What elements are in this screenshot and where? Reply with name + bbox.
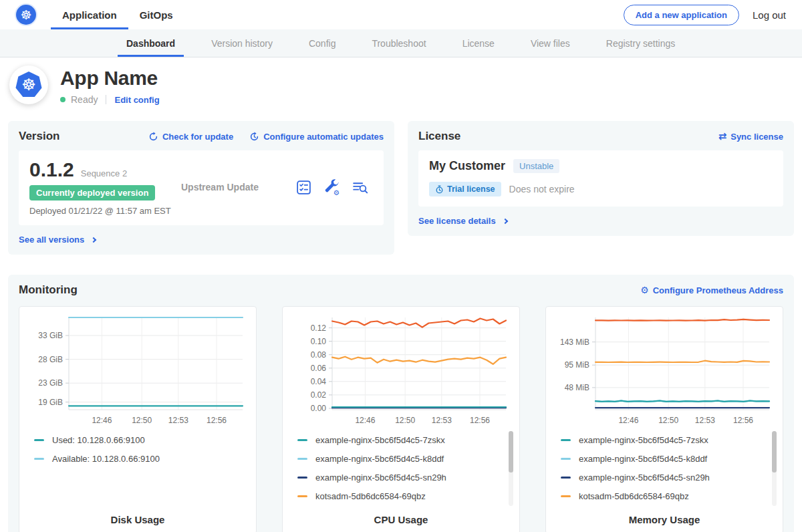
chevron-right-icon [502, 218, 507, 223]
legend-scrollbar-thumb[interactable] [509, 431, 513, 473]
preflight-checks-icon[interactable] [295, 179, 312, 196]
gear-icon: ⚙ [640, 285, 649, 295]
chart-plot: 0.120.100.080.060.040.020.0012:4612:5012… [283, 312, 519, 428]
license-info-box: My Customer Unstable Trial license Does … [418, 150, 783, 207]
legend-item[interactable]: Available: 10.128.0.66:9100 [34, 454, 239, 464]
svg-text:0.08: 0.08 [311, 350, 327, 360]
currently-deployed-badge: Currently deployed version [29, 185, 155, 201]
svg-text:12:53: 12:53 [695, 416, 715, 425]
kubernetes-logo-icon: ☸ [16, 5, 36, 25]
legend-label: Available: 10.128.0.66:9100 [52, 454, 160, 464]
see-all-versions-link[interactable]: See all versions [19, 235, 96, 245]
customer-name: My Customer [429, 159, 505, 173]
legend-color-dash-icon [297, 439, 307, 441]
legend-label: example-nginx-5bc6f5d4c5-7zskx [315, 435, 445, 445]
subnav-license[interactable]: License [454, 29, 503, 57]
deploy-logs-icon[interactable] [352, 179, 369, 196]
tab-gitops-label: GitOps [140, 9, 173, 21]
chart-title: Disk Usage [19, 510, 256, 525]
legend-color-dash-icon [297, 495, 307, 497]
sync-arrows-icon: ⇄ [718, 132, 727, 142]
legend-label: example-nginx-5bc6f5d4c5-7zskx [579, 435, 708, 445]
svg-text:12:50: 12:50 [658, 416, 678, 425]
legend-item[interactable]: example-nginx-5bc6f5d4c5-sn29h [561, 473, 765, 483]
legend-scrollbar[interactable] [509, 431, 513, 506]
svg-text:0.02: 0.02 [311, 390, 327, 400]
topnav-right: Add a new application Log out [624, 0, 786, 29]
app-status-text: Ready [71, 94, 98, 105]
subnav-registry-settings[interactable]: Registry settings [597, 29, 684, 57]
chart-legend: example-nginx-5bc6f5d4c5-7zskxexample-ng… [546, 428, 783, 510]
summary-cards-row: Version Check for update Configure au [0, 121, 802, 255]
legend-color-dash-icon [561, 495, 571, 497]
version-source: Upstream Update [173, 182, 295, 192]
subnav-version-history[interactable]: Version history [203, 29, 281, 57]
chart-plot: 143 MiB95 MiB48 MiB12:4612:5012:5312:56 [546, 312, 783, 428]
subnav-dashboard[interactable]: Dashboard [118, 29, 184, 57]
svg-text:12:46: 12:46 [618, 416, 638, 425]
legend-color-dash-icon [561, 458, 571, 460]
monitoring-header: Monitoring ⚙ Configure Prometheus Addres… [19, 283, 783, 297]
svg-text:0.10: 0.10 [311, 337, 327, 346]
monitoring-title: Monitoring [19, 283, 78, 297]
legend-scrollbar-thumb[interactable] [772, 431, 777, 473]
subnav-troubleshoot[interactable]: Troubleshoot [363, 29, 434, 57]
legend-item[interactable]: example-nginx-5bc6f5d4c5-k8ddf [561, 454, 765, 464]
app-header-text: App Name Ready Edit config [60, 65, 160, 105]
add-application-button[interactable]: Add a new application [624, 5, 739, 25]
svg-text:12:46: 12:46 [92, 416, 112, 425]
tab-application[interactable]: Application [51, 0, 128, 29]
legend-label: example-nginx-5bc6f5d4c5-sn29h [315, 473, 446, 483]
app-header: ☸ App Name Ready Edit config [0, 57, 802, 114]
see-license-details-row: See license details [418, 215, 783, 227]
svg-text:12:53: 12:53 [432, 416, 452, 425]
refresh-icon [148, 132, 158, 142]
subnav-view-files[interactable]: View files [522, 29, 579, 57]
configure-prometheus-link[interactable]: ⚙ Configure Prometheus Address [640, 285, 783, 295]
legend-item[interactable]: kotsadm-5db6dc6584-69qbz [561, 491, 765, 501]
chart-legend: example-nginx-5bc6f5d4c5-7zskxexample-ng… [283, 428, 519, 510]
svg-text:19 GiB: 19 GiB [38, 398, 63, 407]
configure-automatic-updates-link[interactable]: Configure automatic updates [249, 132, 384, 142]
license-card-title: License [418, 130, 460, 143]
topnav-tabs: Application GitOps [51, 0, 184, 29]
legend-scrollbar[interactable] [772, 431, 777, 506]
channel-badge: Unstable [513, 159, 559, 173]
legend-item[interactable]: example-nginx-5bc6f5d4c5-sn29h [297, 473, 502, 483]
legend-item[interactable]: Used: 10.128.0.66:9100 [34, 435, 239, 445]
legend-item[interactable]: kotsadm-5db6dc6584-69qbz [297, 491, 502, 501]
edit-config-link[interactable]: Edit config [114, 95, 159, 105]
svg-text:12:46: 12:46 [355, 416, 375, 425]
current-version-box: 0.1.2 Sequence 2 Currently deployed vers… [19, 150, 384, 225]
legend-item[interactable]: example-nginx-5bc6f5d4c5-7zskx [297, 435, 502, 445]
subnav-config[interactable]: Config [300, 29, 344, 57]
divider [106, 95, 106, 104]
legend-label: Used: 10.128.0.66:9100 [52, 435, 145, 445]
legend-label: kotsadm-5db6dc6584-69qbz [315, 491, 426, 501]
see-license-details-link[interactable]: See license details [418, 216, 507, 226]
version-card-header: Version Check for update Configure au [19, 130, 384, 143]
legend-item[interactable]: example-nginx-5bc6f5d4c5-k8ddf [297, 454, 502, 464]
line-chart-svg: 0.120.100.080.060.040.020.0012:4612:5012… [291, 312, 511, 428]
license-expiry: Does not expire [509, 184, 575, 194]
svg-text:143 MiB: 143 MiB [560, 338, 589, 347]
chart-title: Memory Usage [546, 510, 783, 525]
license-card: License ⇄ Sync license My Customer Unsta… [408, 121, 794, 236]
legend-color-dash-icon [297, 458, 307, 460]
legend-item[interactable]: example-nginx-5bc6f5d4c5-7zskx [561, 435, 765, 445]
charts-row: 33 GiB28 GiB23 GiB19 GiB12:4612:5012:531… [19, 306, 783, 532]
tab-application-label: Application [62, 9, 117, 21]
tab-gitops[interactable]: GitOps [128, 0, 184, 29]
logout-link[interactable]: Log out [753, 9, 786, 21]
svg-text:12:56: 12:56 [733, 416, 753, 425]
svg-text:⚙: ⚙ [333, 188, 340, 195]
legend-label: kotsadm-5db6dc6584-69qbz [579, 491, 689, 501]
line-chart-svg: 143 MiB95 MiB48 MiB12:4612:5012:5312:56 [554, 312, 775, 428]
memory-usage-chart-card: 143 MiB95 MiB48 MiB12:4612:5012:5312:56 … [545, 306, 783, 532]
svg-text:12:50: 12:50 [395, 416, 415, 425]
sync-license-link[interactable]: ⇄ Sync license [718, 132, 783, 142]
svg-text:☸: ☸ [21, 76, 36, 94]
check-for-update-link[interactable]: Check for update [148, 132, 233, 142]
config-wrench-icon[interactable]: ⚙ [323, 179, 340, 196]
chart-title: CPU Usage [283, 510, 519, 525]
